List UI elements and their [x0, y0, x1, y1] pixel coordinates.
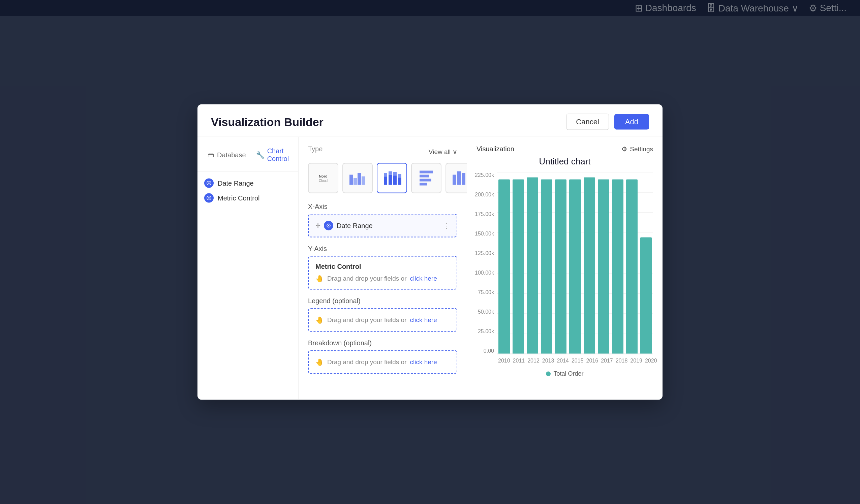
bar-2014 [555, 179, 567, 354]
legend-label-total-order: Total Order [553, 370, 583, 377]
x-label-2019: 2019 [630, 358, 642, 364]
modal-actions: Cancel Add [566, 114, 649, 130]
svg-rect-10 [389, 175, 392, 185]
breakdown-drop-zone[interactable]: 🤚 Drag and drop your fields or click her… [308, 350, 457, 374]
xaxis-label: X-Axis [308, 203, 457, 211]
sidebar-items-list: Date Range Metric Control [198, 172, 298, 203]
metric-control-label: Metric Control [218, 194, 259, 202]
x-label-2016: 2016 [586, 358, 599, 364]
svg-point-1 [208, 183, 210, 184]
chevron-down-icon: ∨ [453, 148, 457, 156]
yaxis-click-here[interactable]: click here [410, 275, 437, 282]
svg-point-25 [328, 225, 329, 226]
svg-rect-18 [419, 179, 431, 182]
chart-type-text[interactable]: Nord Cloud [308, 163, 338, 193]
xaxis-field-label: Date Range [336, 222, 440, 229]
x-label-2012: 2012 [527, 358, 540, 364]
svg-rect-16 [419, 171, 433, 173]
type-section-header: Type View all ∨ [308, 145, 457, 158]
yaxis-label: Y-Axis [308, 245, 457, 253]
x-label-2015: 2015 [572, 358, 584, 364]
xaxis-field-chip: ✛ Date Range ⋮ [315, 221, 450, 230]
left-sidebar: 🗃 Database 🔧 Chart Control Dat [198, 137, 299, 400]
metric-control-icon [204, 193, 214, 203]
svg-rect-11 [389, 172, 392, 175]
bar-wrapper-2013 [541, 172, 552, 354]
bar-wrapper-2020 [640, 172, 652, 354]
middle-panel: Type View all ∨ Nord Cloud [299, 137, 467, 400]
hand-icon: 🤚 [315, 275, 324, 283]
y-label-50k: 50.00k [478, 309, 494, 315]
svg-rect-9 [384, 173, 387, 176]
bar-2015 [569, 179, 580, 354]
breakdown-label: Breakdown (optional) [308, 339, 457, 347]
chart-title: Untitled chart [476, 156, 653, 167]
breakdown-section: Breakdown (optional) 🤚 Drag and drop you… [308, 339, 457, 374]
svg-rect-5 [354, 178, 357, 185]
yaxis-drop-zone[interactable]: Metric Control 🤚 Drag and drop your fiel… [308, 256, 457, 290]
settings-icon: ⚙ [621, 145, 627, 153]
y-label-150k: 150.00k [475, 231, 494, 237]
y-label-125k: 125.00k [475, 250, 494, 256]
chart-type-horizontal-bar[interactable] [411, 163, 442, 193]
y-label-75k: 75.00k [478, 289, 494, 296]
svg-rect-4 [349, 175, 353, 185]
chart-type-grouped-bar[interactable] [342, 163, 373, 193]
y-label-100k: 100.00k [475, 270, 494, 276]
bar-wrapper-2019 [626, 172, 637, 354]
add-button[interactable]: Add [614, 114, 649, 130]
chart-type-stacked-bar[interactable] [377, 163, 407, 193]
yaxis-drop-text: 🤚 Drag and drop your fields or click her… [315, 275, 450, 283]
y-label-225k: 225.00k [475, 172, 494, 178]
y-label-25k: 25.00k [478, 329, 494, 334]
bar-2017 [598, 179, 609, 354]
x-label-2011: 2011 [513, 358, 525, 364]
tab-database[interactable]: 🗃 Database [204, 149, 249, 161]
legend-section: Legend (optional) 🤚 Drag and drop your f… [308, 297, 457, 332]
xaxis-drop-zone[interactable]: ✛ Date Range ⋮ [308, 214, 457, 237]
visualization-builder-modal: Visualization Builder Cancel Add 🗃 Datab… [198, 104, 662, 400]
bar-wrapper-2012 [527, 172, 538, 354]
visualization-panel: Visualization ⚙ Settings Untitled chart [467, 137, 662, 400]
yaxis-section: Y-Axis Metric Control 🤚 Drag and drop yo… [308, 245, 457, 290]
bar-wrapper-2016 [584, 172, 595, 354]
breakdown-click-here[interactable]: click here [410, 358, 437, 366]
breakdown-hand-icon: 🤚 [315, 358, 324, 366]
view-all-button[interactable]: View all ∨ [429, 148, 457, 156]
sidebar-item-date-range[interactable]: Date Range [204, 178, 291, 188]
breakdown-drop-label: Drag and drop your fields or [327, 358, 407, 366]
chart-control-icon: 🔧 [256, 151, 264, 159]
settings-button[interactable]: ⚙ Settings [621, 145, 653, 153]
chart-type-simple-bar[interactable] [445, 163, 467, 193]
svg-rect-13 [393, 172, 397, 175]
viz-header: Visualization ⚙ Settings [476, 145, 653, 153]
simple-bar-icon [450, 168, 467, 188]
cancel-button[interactable]: Cancel [566, 114, 608, 130]
bars-container [497, 172, 653, 354]
bar-wrapper-2018 [612, 172, 624, 354]
svg-rect-8 [384, 176, 387, 185]
x-label-2014: 2014 [557, 358, 569, 364]
drag-handle-icon[interactable]: ✛ [315, 222, 320, 229]
svg-rect-14 [398, 177, 401, 185]
yaxis-header-label: Metric Control [315, 263, 361, 271]
view-all-label: View all [429, 148, 450, 155]
legend-hand-icon: 🤚 [315, 316, 324, 324]
y-label-200k: 200.00k [475, 192, 494, 198]
legend-drop-zone[interactable]: 🤚 Drag and drop your fields or click her… [308, 308, 457, 332]
date-range-chip-icon [324, 221, 333, 230]
svg-rect-20 [453, 175, 456, 185]
legend-click-here[interactable]: click here [410, 316, 437, 324]
xaxis-chip-menu[interactable]: ⋮ [443, 222, 450, 230]
date-range-icon [204, 178, 214, 188]
sidebar-item-metric-control[interactable]: Metric Control [204, 193, 291, 203]
modal-title: Visualization Builder [211, 115, 324, 128]
sidebar-tabs: 🗃 Database 🔧 Chart Control [198, 145, 298, 172]
bar-2011 [513, 179, 524, 354]
tab-chart-control[interactable]: 🔧 Chart Control [253, 145, 292, 165]
legend-dot-total-order [546, 371, 551, 376]
svg-rect-7 [362, 176, 365, 185]
chart-type-selector: Nord Cloud [308, 163, 457, 193]
svg-rect-15 [398, 174, 401, 177]
y-label-175k: 175.00k [475, 211, 494, 217]
